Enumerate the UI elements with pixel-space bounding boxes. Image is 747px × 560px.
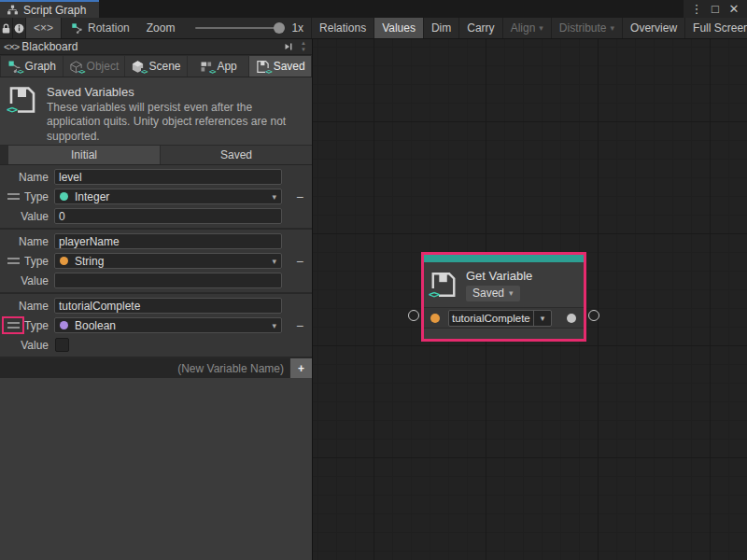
variable-scope-tabs: <> Graph <> Object <> Scene <> App <> Sa… (0, 55, 312, 77)
chevron-down-icon: ▾ (611, 23, 615, 33)
blackboard-empty-area (0, 378, 312, 560)
overview-button[interactable]: Overview (622, 18, 684, 38)
name-input-port[interactable] (430, 314, 440, 323)
values-button[interactable]: Values (374, 18, 423, 38)
toolbar-right-group: Relations Values Dim Carry Align▾ Distri… (311, 18, 747, 38)
saved-variables-icon: <> (7, 85, 37, 115)
close-icon[interactable]: ✕ (726, 1, 741, 17)
variable-value-input[interactable] (54, 273, 282, 288)
window-controls: ⋮ □ ✕ (684, 0, 747, 18)
chevron-down-icon: ▾ (541, 314, 545, 323)
add-variable-button[interactable]: + (289, 358, 312, 378)
value-label: Value (0, 210, 54, 223)
variable-value-input[interactable] (54, 208, 282, 224)
scene-tab-icon: <> (131, 60, 145, 74)
variable-type-dropdown[interactable]: Boolean ▾ (54, 317, 282, 333)
tab-scene[interactable]: <> Scene (125, 56, 187, 77)
zoom-label: Zoom (147, 21, 176, 35)
saved-variable-icon: <> (430, 271, 458, 299)
align-dropdown[interactable]: Align▾ (502, 18, 551, 38)
node-header: <> Get Variable Saved ▾ (424, 262, 584, 307)
full-screen-button[interactable]: Full Screen (684, 18, 747, 38)
name-label: Name (0, 300, 54, 313)
new-variable-input[interactable] (0, 358, 289, 378)
variable-name-input[interactable] (54, 233, 282, 249)
dim-button[interactable]: Dim (423, 18, 458, 38)
variables-toggle-button[interactable]: <×> (26, 18, 62, 38)
type-color-dot (60, 321, 68, 329)
node-left-port[interactable] (408, 310, 419, 321)
name-label: Name (0, 235, 54, 248)
drag-handle-icon[interactable] (7, 258, 20, 264)
node-highlight: <> Get Variable Saved ▾ tutorialComplete (421, 252, 586, 342)
chevron-down-icon: ▾ (272, 257, 276, 266)
remove-variable-button[interactable]: − (288, 254, 312, 269)
dock-button[interactable] (280, 40, 297, 53)
variable-picker-button[interactable]: ▾ (533, 311, 551, 326)
script-graph-tab[interactable]: Script Graph (0, 0, 99, 18)
blackboard-panel: <×> Blackboard ▲ ▼ <> Graph <> Object <>… (0, 39, 313, 560)
node-selection-bar (424, 255, 584, 262)
scope-dropdown[interactable]: Saved ▾ (466, 286, 520, 301)
new-variable-row: + (0, 358, 312, 378)
zoom-slider[interactable] (195, 27, 284, 29)
graph-toolbar: <×> Rotation Zoom 1x Relations Values Di… (0, 18, 747, 39)
blackboard-header: <×> Blackboard ▲ ▼ (0, 39, 312, 55)
script-graph-icon (7, 4, 19, 16)
variable-row-playerName: Name Type String ▾ − Value (0, 230, 312, 294)
variable-name-input[interactable] (54, 169, 282, 185)
tab-graph[interactable]: <> Graph (1, 56, 63, 77)
zoom-slider-knob[interactable] (274, 22, 285, 34)
subtab-saved[interactable]: Saved (161, 146, 312, 164)
tab-app[interactable]: <> App (188, 56, 249, 77)
node-right-port[interactable] (588, 310, 599, 321)
type-color-dot (60, 192, 68, 201)
chevron-down-icon: ▾ (272, 321, 276, 330)
lock-button[interactable] (0, 18, 13, 38)
rotation-control[interactable]: Rotation (62, 18, 139, 38)
get-variable-node[interactable]: <> Get Variable Saved ▾ tutorialComplete (424, 255, 584, 339)
script-graph-window: Script Graph ⋮ □ ✕ <×> Rotation Zoom 1x (0, 0, 747, 560)
carry-button[interactable]: Carry (458, 18, 501, 38)
dock-icon (283, 41, 294, 52)
variable-name-field[interactable]: tutorialComplete ▾ (448, 310, 552, 327)
variable-value-checkbox[interactable] (55, 338, 69, 352)
variable-row-level: Name Type Integer ▾ − Value (0, 165, 312, 230)
saved-tab-icon: <> (256, 60, 270, 74)
variable-type-dropdown[interactable]: String ▾ (54, 253, 282, 269)
info-button[interactable] (13, 18, 26, 38)
remove-variable-button[interactable]: − (288, 189, 312, 204)
graph-canvas[interactable]: <> Get Variable Saved ▾ tutorialComplete (313, 39, 747, 560)
node-title: Get Variable (466, 269, 532, 283)
scroll-up-icon[interactable]: ▲ (297, 40, 310, 47)
tab-saved[interactable]: <> Saved (249, 56, 311, 77)
node-port-row: tutorialComplete ▾ (424, 307, 584, 329)
state-subtabs: Initial Saved (0, 146, 312, 165)
type-color-dot (60, 257, 68, 265)
maximize-icon[interactable]: □ (708, 1, 723, 17)
variable-type-dropdown[interactable]: Integer ▾ (54, 189, 282, 204)
subtab-initial[interactable]: Initial (8, 146, 160, 164)
zoom-value: 1x (291, 21, 303, 35)
variables-glyph-icon: <×> (34, 21, 53, 35)
blackboard-variables-icon: <×> (4, 41, 19, 52)
node-footer (424, 329, 584, 339)
scroll-stepper[interactable]: ▲ ▼ (297, 39, 310, 54)
variable-name-input[interactable] (54, 298, 282, 314)
value-label: Value (0, 339, 54, 352)
menu-icon[interactable]: ⋮ (689, 1, 704, 17)
rotation-icon (71, 22, 83, 35)
relations-button[interactable]: Relations (311, 18, 374, 38)
remove-variable-button[interactable]: − (288, 318, 312, 333)
info-title: Saved Variables (47, 85, 304, 99)
info-description: These variables will persist even after … (47, 101, 304, 144)
tab-object[interactable]: <> Object (63, 56, 125, 77)
chevron-down-icon: ▾ (272, 192, 276, 202)
drag-handle-icon[interactable] (7, 193, 20, 200)
rotation-label: Rotation (88, 21, 130, 35)
scroll-down-icon[interactable]: ▼ (297, 47, 310, 53)
distribute-dropdown[interactable]: Distribute▾ (551, 18, 622, 38)
drag-handle-icon[interactable] (7, 322, 20, 329)
chevron-down-icon: ▾ (539, 23, 543, 33)
value-output-port[interactable] (567, 314, 576, 323)
